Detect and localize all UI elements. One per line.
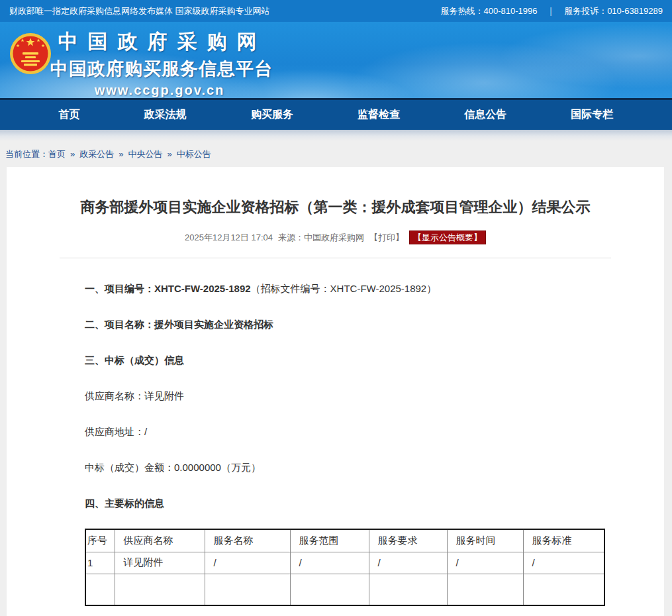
article-source: 来源：中国政府采购网 — [278, 232, 364, 244]
breadcrumb-prefix: 当前位置： — [5, 148, 48, 160]
col-header-service-time: 服务时间 — [447, 529, 523, 552]
breadcrumb-central[interactable]: 中央公告 — [128, 148, 162, 160]
col-header-service-name: 服务名称 — [205, 529, 290, 552]
platform-name: 中国政府购买服务信息平台 — [50, 57, 269, 81]
main-nav: 首页 政采法规 购买服务 监督检查 信息公告 国际专栏 — [0, 100, 672, 130]
table-header-row: 序号 供应商名称 服务名称 服务范围 服务要求 服务时间 服务标准 — [85, 529, 604, 552]
breadcrumb-separator: » — [167, 149, 171, 159]
breadcrumb-home[interactable]: 首页 — [48, 148, 66, 160]
subject-info-table: 序号 供应商名称 服务名称 服务范围 服务要求 服务时间 服务标准 1 详见附件… — [85, 529, 605, 606]
breadcrumb-separator: » — [119, 149, 123, 159]
breadcrumb-separator: » — [70, 149, 75, 159]
topbar: 财政部唯一指定政府采购信息网络发布媒体 国家级政府采购专业网站 服务热线：400… — [0, 0, 672, 22]
nav-item-purchase-services[interactable]: 购买服务 — [251, 108, 293, 122]
site-banner: 中国政府采购网 中国政府购买服务信息平台 www.ccgp.gov.cn — [0, 22, 672, 98]
breadcrumb-bid-result[interactable]: 中标公告 — [177, 148, 211, 160]
site-url: www.ccgp.gov.cn — [50, 83, 269, 98]
nav-item-international[interactable]: 国际专栏 — [571, 108, 613, 122]
article-card: 商务部援外项目实施企业资格招标（第一类：援外成套项目管理企业）结果公示 2025… — [7, 167, 664, 616]
col-header-supplier: 供应商名称 — [115, 529, 205, 552]
breadcrumb: 当前位置： 首页 » 政采公告 » 中央公告 » 中标公告 — [0, 141, 672, 167]
award-info-heading: 三、中标（成交）信息 — [85, 354, 611, 367]
nav-item-home[interactable]: 首页 — [59, 108, 80, 122]
show-summary-button[interactable]: 【显示公告概要】 — [409, 231, 486, 244]
article-body: 一、项目编号：XHTC-FW-2025-1892（招标文件编号：XHTC-FW-… — [7, 258, 664, 510]
award-amount-line: 中标（成交）金额：0.0000000（万元） — [85, 461, 611, 474]
nav-item-supervision[interactable]: 监督检查 — [358, 108, 400, 122]
nav-item-regulations[interactable]: 政采法规 — [144, 108, 187, 122]
breadcrumb-zhengcai[interactable]: 政采公告 — [79, 148, 114, 160]
main-subject-heading: 四、主要标的信息 — [85, 497, 611, 510]
col-header-service-standard: 服务标准 — [523, 529, 604, 552]
print-button[interactable]: 【打印】 — [369, 232, 404, 244]
topbar-slogan: 财政部唯一指定政府采购信息网络发布媒体 国家级政府采购专业网站 — [9, 5, 270, 17]
table-row: 1 详见附件 / / / / / — [85, 552, 604, 574]
site-name: 中国政府采购网 — [56, 28, 269, 56]
project-name-line: 二、项目名称：援外项目实施企业资格招标 — [85, 318, 611, 331]
col-header-service-requirement: 服务要求 — [369, 529, 447, 552]
col-header-seq: 序号 — [85, 529, 115, 552]
site-logo: 中国政府采购网 中国政府购买服务信息平台 www.ccgp.gov.cn — [50, 28, 269, 98]
supplier-name-line: 供应商名称：详见附件 — [85, 389, 611, 403]
national-emblem-icon — [9, 32, 52, 75]
nav-item-announcements[interactable]: 信息公告 — [464, 108, 506, 122]
col-header-service-scope: 服务范围 — [290, 529, 369, 552]
supplier-address-line: 供应商地址：/ — [85, 425, 611, 438]
service-hotline: 服务热线：400-810-1996 — [440, 5, 537, 17]
nav-shadow — [0, 130, 672, 141]
publish-datetime: 2025年12月12日 17:04 — [185, 232, 273, 244]
table-row-empty — [85, 574, 604, 605]
article-meta: 2025年12月12日 17:04 来源：中国政府采购网 【打印】 【显示公告概… — [60, 231, 611, 258]
page-title: 商务部援外项目实施企业资格招标（第一类：援外成套项目管理企业）结果公示 — [7, 197, 664, 217]
topbar-separator: ｜ — [546, 5, 555, 17]
service-complaint: 服务投诉：010-63819289 — [564, 5, 663, 17]
project-number-line: 一、项目编号：XHTC-FW-2025-1892（招标文件编号：XHTC-FW-… — [85, 282, 611, 295]
